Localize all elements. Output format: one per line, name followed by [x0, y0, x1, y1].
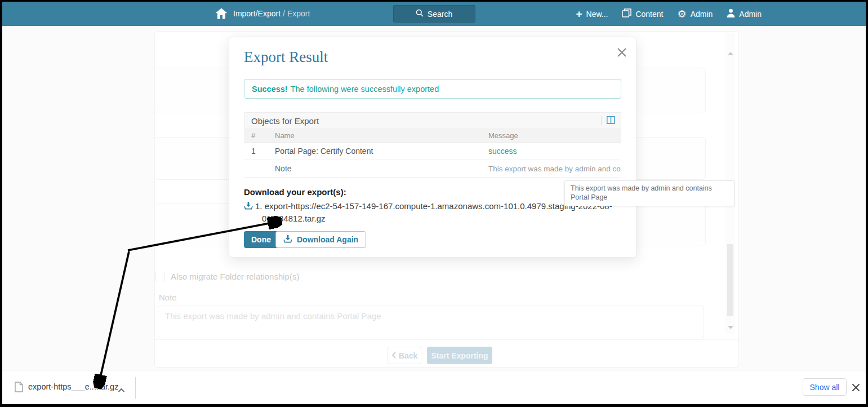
breadcrumb-current: Export: [287, 9, 310, 18]
content-icon: [622, 8, 631, 19]
table-row: Note This export was made by admin and c…: [244, 160, 621, 178]
note-label: Note: [159, 293, 177, 302]
alert-prefix: Success!: [252, 85, 288, 94]
home-icon[interactable]: [215, 8, 228, 19]
menu-new-label: New...: [586, 10, 608, 19]
note-tooltip: This export was made by admin and contai…: [564, 180, 735, 206]
back-chevron-icon: [391, 351, 396, 360]
breadcrumb-separator: /: [283, 9, 285, 18]
download-again-button[interactable]: Download Again: [275, 231, 366, 248]
done-button[interactable]: Done: [244, 231, 278, 248]
back-button[interactable]: Back: [388, 347, 421, 364]
download-again-label: Download Again: [297, 235, 358, 244]
table-row: 1 Portal Page: Certify Content success: [244, 143, 621, 160]
menu-item-content[interactable]: Content: [622, 8, 663, 19]
menu-content-label: Content: [635, 10, 663, 19]
objects-for-export-table: Objects for Export # Name Message 1 Port…: [244, 112, 621, 178]
menu-item-admin[interactable]: ⚙ Admin: [677, 9, 713, 19]
start-exporting-button[interactable]: Start Exporting: [427, 347, 492, 364]
table-header: Objects for Export: [244, 112, 621, 129]
table-header-separator: [601, 116, 602, 125]
footer-divider: [155, 339, 738, 340]
table-title: Objects for Export: [251, 116, 601, 126]
row-name: Note: [275, 164, 488, 173]
row-num: 1: [244, 147, 275, 156]
scrollbar-up-arrow-icon[interactable]: [728, 52, 733, 55]
menu-item-new[interactable]: + New...: [576, 10, 608, 19]
show-all-button[interactable]: Show all: [803, 378, 847, 396]
row-message-note: This export was made by admin and con...: [488, 165, 621, 173]
back-button-label: Back: [399, 351, 417, 360]
breadcrumb-section[interactable]: Import/Export: [233, 9, 281, 18]
note-textarea[interactable]: [158, 306, 704, 338]
download-heading: Download your export(s):: [244, 187, 346, 197]
top-navbar: Import/Export/Export Search + New...: [2, 2, 866, 26]
column-header-message: Message: [488, 131, 621, 140]
search-label: Search: [428, 10, 452, 19]
breadcrumb[interactable]: Import/Export/Export: [233, 9, 310, 18]
download-icon: [283, 235, 292, 245]
scrollbar-down-arrow-icon[interactable]: [728, 326, 733, 329]
row-message-status: success: [488, 147, 621, 156]
column-header-name: Name: [275, 131, 488, 140]
columns-icon[interactable]: [607, 116, 615, 126]
table-column-headers: # Name Message: [244, 129, 621, 143]
scrollbar-thumb[interactable]: [727, 244, 733, 316]
row-name: Portal Page: Certify Content: [275, 147, 488, 156]
menu-user-label: Admin: [739, 10, 762, 19]
close-downloads-bar-icon[interactable]: [852, 383, 860, 392]
success-alert: Success! The following were successfully…: [244, 79, 621, 99]
downloads-bar: export-https___e....tar.gz Show all: [2, 370, 866, 404]
download-icon[interactable]: [244, 201, 253, 213]
migrate-checkbox-row: Also migrate Folder relationship(s): [155, 272, 299, 281]
search-icon: [416, 9, 424, 19]
user-icon: [727, 8, 735, 19]
menu-admin-label: Admin: [691, 10, 713, 19]
close-icon[interactable]: [617, 47, 627, 57]
header-menu: + New... Content ⚙ Admin: [576, 2, 762, 26]
column-header-num: #: [244, 131, 275, 140]
chevron-up-icon[interactable]: [118, 384, 125, 395]
search-input[interactable]: Search: [393, 5, 475, 23]
export-download-link[interactable]: 1. export-https://ec2-54-157-149-167.com…: [255, 200, 616, 225]
downloaded-file-chip[interactable]: export-https___e....tar.gz: [28, 382, 118, 391]
gear-icon: ⚙: [677, 9, 686, 19]
file-icon: [15, 382, 23, 395]
migrate-checkbox-label: Also migrate Folder relationship(s): [171, 272, 299, 281]
chip-divider: [135, 377, 136, 399]
modal-title: Export Result: [244, 48, 328, 66]
export-result-modal: Export Result Success! The following wer…: [229, 37, 636, 258]
migrate-folder-checkbox[interactable]: [155, 272, 165, 281]
menu-item-user[interactable]: Admin: [727, 8, 762, 19]
screenshot-frame: Import/Export/Export Search + New...: [0, 0, 868, 407]
plus-icon: +: [576, 10, 582, 18]
alert-message: The following were successfully exported: [291, 85, 439, 94]
